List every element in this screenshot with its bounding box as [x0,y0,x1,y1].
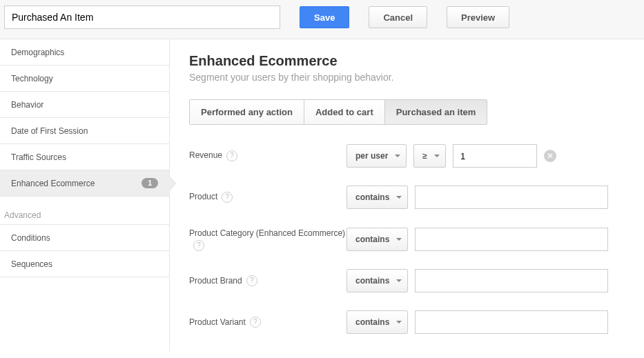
help-icon[interactable]: ? [226,150,237,161]
label-product: Product [189,190,217,203]
revenue-scope-select[interactable]: per user [347,144,407,168]
row-product-variant: Product Variant ? contains [189,310,644,334]
brand-value-input[interactable] [415,269,608,292]
brand-operator-select[interactable]: contains [347,269,408,292]
revenue-operator-select[interactable]: ≥ [413,144,446,168]
sidebar-item-behavior[interactable]: Behavior [0,92,169,118]
sidebar-item-demographics[interactable]: Demographics [0,39,169,66]
tab-performed-any-action[interactable]: Performed any action [190,100,304,124]
segment-name-input[interactable] [4,6,280,29]
chevron-down-icon [396,279,402,282]
help-icon[interactable]: ? [222,192,233,203]
chevron-down-icon [396,321,402,324]
chevron-down-icon [434,155,440,157]
chevron-down-icon [396,238,402,241]
sidebar-item-traffic-sources[interactable]: Traffic Sources [0,144,169,170]
label-product-variant: Product Variant [189,316,246,329]
product-operator-select[interactable]: contains [347,186,408,209]
label-revenue: Revenue [189,149,222,162]
variant-value-input[interactable] [415,310,608,334]
label-product-brand: Product Brand [189,275,242,288]
variant-operator-select[interactable]: contains [347,310,408,334]
sidebar-item-sequences[interactable]: Sequences [0,251,169,277]
filter-count-badge: 1 [142,178,158,188]
label-product-category: Product Category (Enhanced Ecommerce) [189,227,345,240]
sidebar-item-conditions[interactable]: Conditions [0,225,169,251]
sidebar-item-enhanced-ecommerce[interactable]: Enhanced Ecommerce 1 [0,170,169,197]
cancel-button[interactable]: Cancel [369,6,427,28]
help-icon[interactable]: ? [193,240,204,251]
help-icon[interactable]: ? [246,275,257,286]
save-button[interactable]: Save [300,6,349,28]
main-panel: Enhanced Ecommerce Segment your users by… [170,39,644,352]
tab-purchased-item[interactable]: Purchased an item [385,100,487,124]
remove-filter-icon[interactable]: ✕ [544,150,556,162]
action-tabs: Performed any action Added to cart Purch… [189,99,487,125]
sidebar-item-first-session[interactable]: Date of First Session [0,118,169,144]
panel-subtitle: Segment your users by their shopping beh… [189,72,644,83]
row-product: Product ? contains [189,186,644,209]
row-product-brand: Product Brand ? contains [189,269,644,292]
product-value-input[interactable] [415,186,608,209]
category-operator-select[interactable]: contains [347,228,408,251]
chevron-down-icon [395,155,400,157]
help-icon[interactable]: ? [250,317,261,328]
panel-title: Enhanced Ecommerce [189,53,644,69]
tab-added-to-cart[interactable]: Added to cart [304,100,385,124]
sidebar: Demographics Technology Behavior Date of… [0,39,170,352]
revenue-value-input[interactable] [453,144,537,168]
sidebar-advanced-heading: Advanced [0,197,169,225]
preview-button[interactable]: Preview [447,6,509,28]
category-value-input[interactable] [415,228,608,251]
row-revenue: Revenue ? per user ≥ ✕ [189,144,644,168]
top-toolbar: Save Cancel Preview [0,0,644,39]
chevron-down-icon [396,196,402,199]
row-product-category: Product Category (Enhanced Ecommerce) ? … [189,227,644,251]
sidebar-item-technology[interactable]: Technology [0,66,169,92]
